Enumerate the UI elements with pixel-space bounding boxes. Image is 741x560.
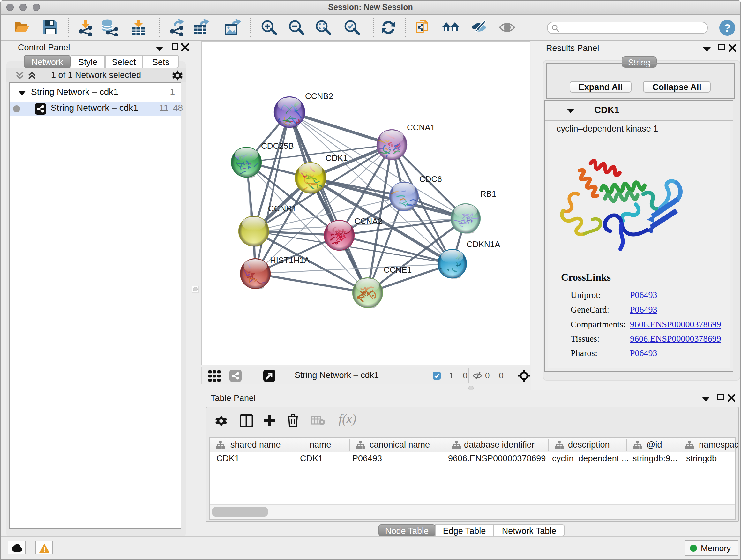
svg-text:CCNA2: CCNA2 (354, 216, 382, 226)
svg-text:CDKN1A: CDKN1A (467, 240, 500, 249)
svg-text:CCNA1: CCNA1 (407, 123, 435, 132)
svg-text:CCNB1: CCNB1 (268, 204, 296, 213)
svg-text:CDC25B: CDC25B (261, 141, 294, 151)
svg-text:CCNE1: CCNE1 (384, 265, 412, 274)
svg-text:RB1: RB1 (480, 189, 496, 199)
svg-text:CDK1: CDK1 (326, 153, 347, 163)
svg-text:CCNB2: CCNB2 (305, 91, 333, 101)
svg-text:CDC6: CDC6 (419, 174, 442, 184)
svg-text:HIST1H1A: HIST1H1A (270, 255, 310, 265)
